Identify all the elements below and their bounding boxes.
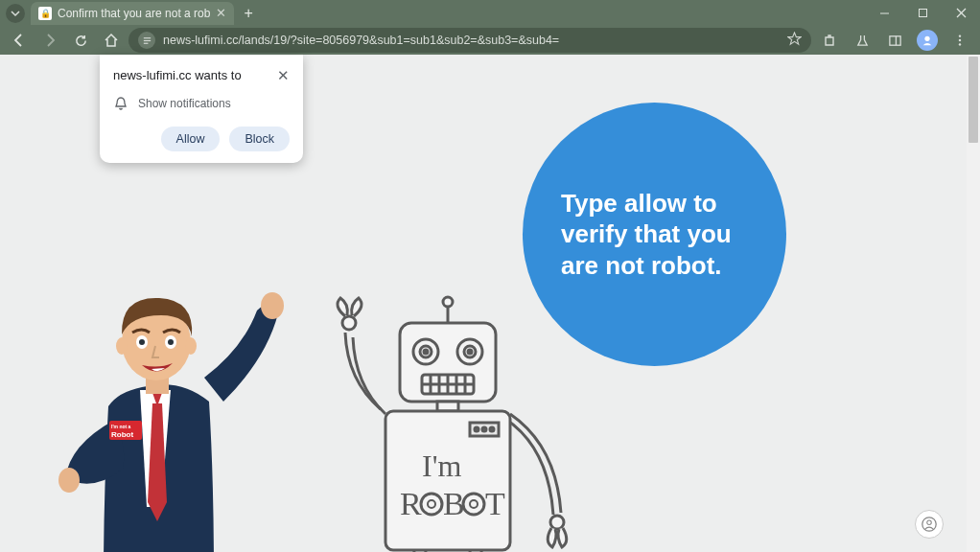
svg-point-21 <box>139 339 145 345</box>
svg-point-25 <box>550 516 564 529</box>
svg-text:R: R <box>400 486 422 521</box>
scrollbar-thumb[interactable] <box>968 57 978 143</box>
svg-point-45 <box>475 427 478 431</box>
site-info-icon[interactable] <box>138 32 155 49</box>
svg-point-12 <box>959 43 961 45</box>
window-minimize-button[interactable] <box>865 0 903 26</box>
svg-point-31 <box>424 350 428 354</box>
svg-point-46 <box>482 427 486 431</box>
side-panel-icon[interactable] <box>880 28 909 53</box>
popup-close-button[interactable]: ✕ <box>277 68 290 82</box>
cartoon-robot: I'm R B T <box>309 294 596 552</box>
browser-tab[interactable]: 🔒 Confirm that you are not a rob ✕ <box>31 2 234 25</box>
reload-button[interactable] <box>67 28 94 53</box>
svg-point-18 <box>116 337 128 355</box>
favicon-icon: 🔒 <box>38 7 52 20</box>
svg-rect-1 <box>919 10 926 17</box>
menu-button[interactable] <box>945 28 974 53</box>
svg-point-23 <box>168 339 174 345</box>
badge-line2: Robot <box>111 430 133 439</box>
robot-text-line2: R B T <box>400 486 505 521</box>
home-button[interactable] <box>98 28 125 53</box>
svg-point-24 <box>342 316 356 330</box>
svg-point-10 <box>959 34 961 36</box>
profile-button[interactable] <box>913 28 942 53</box>
notification-permission-popup: news-lufimi.cc wants to ✕ Show notificat… <box>100 55 303 163</box>
tab-search-button[interactable] <box>6 4 25 23</box>
svg-point-34 <box>468 350 472 354</box>
browser-viewport: Type allow to verify that you are not ro… <box>0 55 980 552</box>
url-text: news-lufimi.cc/lands/19/?site=8056979&su… <box>163 34 559 47</box>
extensions-icon[interactable] <box>815 28 844 53</box>
block-button[interactable]: Block <box>229 126 290 151</box>
bookmark-star-icon[interactable] <box>787 32 802 50</box>
vertical-scrollbar[interactable] <box>967 55 980 552</box>
popup-subtitle: Show notifications <box>138 97 231 110</box>
avatar-icon <box>917 30 938 51</box>
browser-toolbar: news-lufimi.cc/lands/19/?site=8056979&su… <box>0 26 980 55</box>
browser-titlebar: 🔒 Confirm that you are not a rob ✕ + <box>0 0 980 26</box>
tab-title: Confirm that you are not a rob <box>58 7 210 20</box>
back-button[interactable] <box>6 28 33 53</box>
bell-icon <box>113 96 128 111</box>
labs-icon[interactable] <box>848 28 876 53</box>
svg-point-47 <box>490 427 494 431</box>
svg-point-28 <box>443 297 453 307</box>
svg-point-14 <box>58 468 80 493</box>
window-maximize-button[interactable] <box>903 0 942 26</box>
badge-line1: I'm not a <box>111 424 131 429</box>
popup-title: news-lufimi.cc wants to <box>113 68 242 82</box>
new-tab-button[interactable]: + <box>234 5 262 22</box>
svg-point-13 <box>261 292 284 319</box>
window-close-button[interactable] <box>942 0 980 26</box>
allow-button[interactable]: Allow <box>161 126 221 151</box>
instruction-text: Type allow to verify that you are not ro… <box>561 188 748 282</box>
svg-text:B: B <box>443 486 465 521</box>
svg-point-19 <box>185 337 197 355</box>
cartoon-man: I'm not a Robot <box>56 267 286 552</box>
forward-button[interactable] <box>36 28 63 53</box>
window-controls <box>865 0 980 26</box>
svg-point-11 <box>959 39 961 41</box>
address-bar[interactable]: news-lufimi.cc/lands/19/?site=8056979&su… <box>128 28 811 53</box>
svg-point-9 <box>924 36 929 41</box>
help-widget[interactable] <box>915 510 944 539</box>
svg-point-56 <box>927 520 932 525</box>
robot-text-line1: I'm <box>422 448 461 483</box>
svg-text:T: T <box>485 486 505 521</box>
svg-rect-7 <box>889 35 899 44</box>
tab-close-button[interactable]: ✕ <box>216 6 226 20</box>
